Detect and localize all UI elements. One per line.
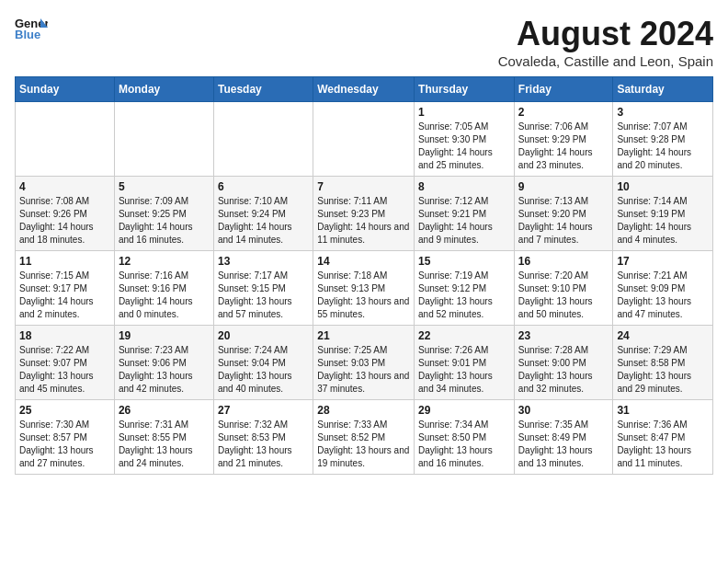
calendar-cell: 29Sunrise: 7:34 AM Sunset: 8:50 PM Dayli… [415, 400, 515, 475]
day-number: 29 [418, 404, 510, 417]
day-info: Sunrise: 7:06 AM Sunset: 9:29 PM Dayligh… [518, 121, 609, 172]
day-number: 27 [218, 404, 309, 417]
calendar-week-1: 1Sunrise: 7:05 AM Sunset: 9:30 PM Daylig… [16, 102, 713, 177]
day-info: Sunrise: 7:21 AM Sunset: 9:09 PM Dayligh… [617, 270, 709, 321]
calendar-cell: 4Sunrise: 7:08 AM Sunset: 9:26 PM Daylig… [16, 177, 115, 251]
calendar-cell: 25Sunrise: 7:30 AM Sunset: 8:57 PM Dayli… [16, 400, 115, 475]
day-info: Sunrise: 7:20 AM Sunset: 9:10 PM Dayligh… [518, 270, 609, 321]
day-number: 19 [119, 329, 210, 342]
day-number: 8 [418, 180, 510, 193]
logo: General Blue [15, 15, 48, 40]
day-info: Sunrise: 7:08 AM Sunset: 9:26 PM Dayligh… [19, 195, 110, 247]
calendar-cell: 11Sunrise: 7:15 AM Sunset: 9:17 PM Dayli… [16, 251, 115, 326]
day-info: Sunrise: 7:13 AM Sunset: 9:20 PM Dayligh… [518, 195, 609, 247]
month-title: August 2024 [498, 15, 713, 53]
day-info: Sunrise: 7:31 AM Sunset: 8:55 PM Dayligh… [119, 419, 210, 470]
day-info: Sunrise: 7:36 AM Sunset: 8:47 PM Dayligh… [617, 419, 709, 470]
weekday-header-row: SundayMondayTuesdayWednesdayThursdayFrid… [16, 77, 713, 102]
day-number: 6 [218, 180, 309, 193]
calendar-cell: 14Sunrise: 7:18 AM Sunset: 9:13 PM Dayli… [313, 251, 415, 326]
day-number: 31 [617, 404, 709, 417]
day-info: Sunrise: 7:09 AM Sunset: 9:25 PM Dayligh… [119, 195, 210, 247]
calendar-cell: 8Sunrise: 7:12 AM Sunset: 9:21 PM Daylig… [415, 177, 515, 251]
day-info: Sunrise: 7:16 AM Sunset: 9:16 PM Dayligh… [119, 270, 210, 321]
day-info: Sunrise: 7:07 AM Sunset: 9:28 PM Dayligh… [617, 121, 709, 172]
calendar-cell: 9Sunrise: 7:13 AM Sunset: 9:20 PM Daylig… [514, 177, 613, 251]
page-header: General Blue August 2024 Covaleda, Casti… [15, 15, 713, 69]
day-number: 22 [418, 329, 510, 342]
day-number: 18 [19, 329, 110, 342]
calendar-cell: 6Sunrise: 7:10 AM Sunset: 9:24 PM Daylig… [213, 177, 313, 251]
day-info: Sunrise: 7:30 AM Sunset: 8:57 PM Dayligh… [19, 419, 110, 470]
day-number: 14 [317, 255, 410, 268]
calendar-cell: 13Sunrise: 7:17 AM Sunset: 9:15 PM Dayli… [213, 251, 313, 326]
logo-icon: General Blue [15, 15, 48, 40]
day-info: Sunrise: 7:24 AM Sunset: 9:04 PM Dayligh… [218, 344, 309, 396]
calendar-cell: 17Sunrise: 7:21 AM Sunset: 9:09 PM Dayli… [613, 251, 713, 326]
weekday-header-wednesday: Wednesday [313, 77, 415, 102]
day-number: 23 [518, 329, 609, 342]
day-number: 2 [518, 106, 609, 119]
calendar-cell: 5Sunrise: 7:09 AM Sunset: 9:25 PM Daylig… [114, 177, 213, 251]
day-number: 13 [218, 255, 309, 268]
calendar-week-5: 25Sunrise: 7:30 AM Sunset: 8:57 PM Dayli… [16, 400, 713, 475]
weekday-header-saturday: Saturday [613, 77, 713, 102]
day-info: Sunrise: 7:29 AM Sunset: 8:58 PM Dayligh… [617, 344, 709, 396]
calendar-cell: 24Sunrise: 7:29 AM Sunset: 8:58 PM Dayli… [613, 326, 713, 400]
day-number: 25 [19, 404, 110, 417]
weekday-header-tuesday: Tuesday [213, 77, 313, 102]
day-number: 20 [218, 329, 309, 342]
day-number: 16 [518, 255, 609, 268]
day-info: Sunrise: 7:34 AM Sunset: 8:50 PM Dayligh… [418, 419, 510, 470]
calendar-body: 1Sunrise: 7:05 AM Sunset: 9:30 PM Daylig… [16, 102, 713, 475]
day-info: Sunrise: 7:23 AM Sunset: 9:06 PM Dayligh… [119, 344, 210, 396]
location: Covaleda, Castille and Leon, Spain [498, 53, 713, 69]
title-block: August 2024 Covaleda, Castille and Leon,… [498, 15, 713, 69]
day-number: 12 [119, 255, 210, 268]
day-info: Sunrise: 7:32 AM Sunset: 8:53 PM Dayligh… [218, 419, 309, 470]
day-info: Sunrise: 7:33 AM Sunset: 8:52 PM Dayligh… [317, 419, 410, 470]
calendar-cell: 23Sunrise: 7:28 AM Sunset: 9:00 PM Dayli… [514, 326, 613, 400]
day-number: 1 [418, 106, 510, 119]
weekday-header-sunday: Sunday [16, 77, 115, 102]
calendar-cell: 7Sunrise: 7:11 AM Sunset: 9:23 PM Daylig… [313, 177, 415, 251]
day-number: 26 [119, 404, 210, 417]
calendar-cell: 20Sunrise: 7:24 AM Sunset: 9:04 PM Dayli… [213, 326, 313, 400]
day-number: 4 [19, 180, 110, 193]
day-info: Sunrise: 7:05 AM Sunset: 9:30 PM Dayligh… [418, 121, 510, 172]
calendar-cell: 30Sunrise: 7:35 AM Sunset: 8:49 PM Dayli… [514, 400, 613, 475]
day-info: Sunrise: 7:15 AM Sunset: 9:17 PM Dayligh… [19, 270, 110, 321]
day-info: Sunrise: 7:35 AM Sunset: 8:49 PM Dayligh… [518, 419, 609, 470]
day-info: Sunrise: 7:26 AM Sunset: 9:01 PM Dayligh… [418, 344, 510, 396]
weekday-header-thursday: Thursday [415, 77, 515, 102]
day-number: 3 [617, 106, 709, 119]
calendar-cell: 21Sunrise: 7:25 AM Sunset: 9:03 PM Dayli… [313, 326, 415, 400]
calendar-week-3: 11Sunrise: 7:15 AM Sunset: 9:17 PM Dayli… [16, 251, 713, 326]
day-info: Sunrise: 7:14 AM Sunset: 9:19 PM Dayligh… [617, 195, 709, 247]
day-number: 24 [617, 329, 709, 342]
day-info: Sunrise: 7:11 AM Sunset: 9:23 PM Dayligh… [317, 195, 410, 247]
calendar-cell [213, 102, 313, 177]
svg-text:Blue: Blue [15, 28, 40, 40]
day-number: 5 [119, 180, 210, 193]
weekday-header-monday: Monday [114, 77, 213, 102]
calendar-cell: 3Sunrise: 7:07 AM Sunset: 9:28 PM Daylig… [613, 102, 713, 177]
calendar-cell: 15Sunrise: 7:19 AM Sunset: 9:12 PM Dayli… [415, 251, 515, 326]
calendar-week-4: 18Sunrise: 7:22 AM Sunset: 9:07 PM Dayli… [16, 326, 713, 400]
day-info: Sunrise: 7:10 AM Sunset: 9:24 PM Dayligh… [218, 195, 309, 247]
day-info: Sunrise: 7:12 AM Sunset: 9:21 PM Dayligh… [418, 195, 510, 247]
day-info: Sunrise: 7:17 AM Sunset: 9:15 PM Dayligh… [218, 270, 309, 321]
day-number: 17 [617, 255, 709, 268]
day-info: Sunrise: 7:19 AM Sunset: 9:12 PM Dayligh… [418, 270, 510, 321]
day-number: 28 [317, 404, 410, 417]
calendar-cell: 18Sunrise: 7:22 AM Sunset: 9:07 PM Dayli… [16, 326, 115, 400]
day-number: 15 [418, 255, 510, 268]
calendar-cell [313, 102, 415, 177]
calendar-cell: 28Sunrise: 7:33 AM Sunset: 8:52 PM Dayli… [313, 400, 415, 475]
calendar-cell: 31Sunrise: 7:36 AM Sunset: 8:47 PM Dayli… [613, 400, 713, 475]
day-info: Sunrise: 7:22 AM Sunset: 9:07 PM Dayligh… [19, 344, 110, 396]
day-number: 9 [518, 180, 609, 193]
calendar-cell: 10Sunrise: 7:14 AM Sunset: 9:19 PM Dayli… [613, 177, 713, 251]
calendar-cell: 27Sunrise: 7:32 AM Sunset: 8:53 PM Dayli… [213, 400, 313, 475]
day-info: Sunrise: 7:25 AM Sunset: 9:03 PM Dayligh… [317, 344, 410, 396]
